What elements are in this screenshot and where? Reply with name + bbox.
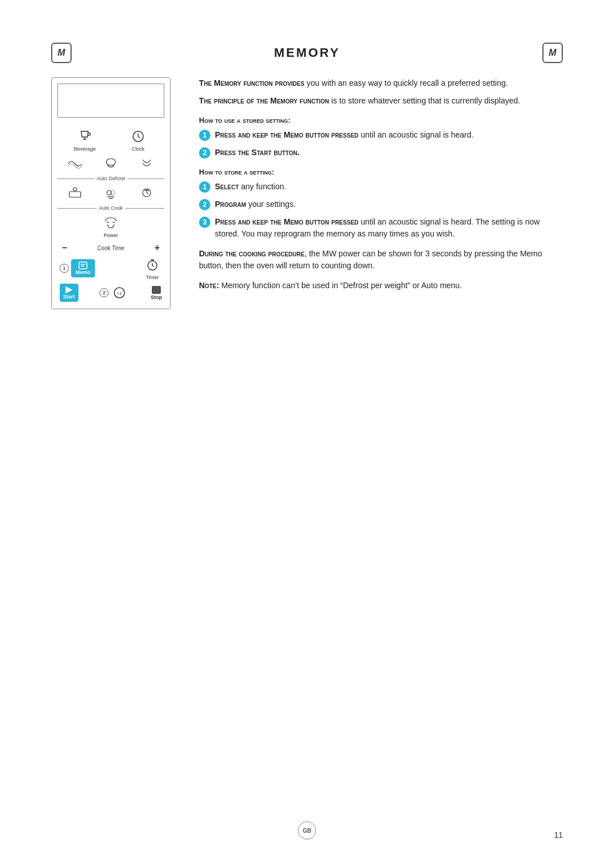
intro2-rest: is to store whatever setting that is cur… [329,96,520,105]
page-number: 11 [554,830,563,840]
plus1-icon: +1' [110,284,129,301]
svg-line-10 [147,193,148,194]
store-step-num-3: 3 [199,217,210,228]
store-step2-rest: your settings. [246,200,296,209]
step-circle-2: 2 [99,288,109,297]
store-steps-list: 1 Select any function. 2 Program your se… [199,181,563,240]
svg-point-3 [106,159,115,165]
svg-rect-4 [69,192,81,197]
svg-point-7 [110,190,115,195]
use-step1-bold: Press and keep the Memo button pressed [215,130,359,139]
auto-cook-divider: Auto Cook [57,205,164,211]
intro-paragraph-2: The principle of the Memory function is … [199,95,563,107]
note-bold: Note: [199,281,219,290]
beverage-btn-group: Beverage [74,128,96,152]
power-label: Power [103,232,118,238]
row-beverage-clock: Beverage Clock [57,128,164,152]
auto-cook-icon-3 [137,185,156,202]
note-paragraph: Note: Memory function can’t be used in “… [199,280,563,292]
step-num-1: 1 [199,130,210,141]
svg-text:+1': +1' [117,291,123,296]
minus-btn[interactable]: − [62,243,67,253]
note-rest: Memory function can’t be used in “Defros… [219,281,462,290]
circle1-memo-group: 1 Memo [60,259,95,277]
use-step2-bold: Press the Start button. [215,148,300,157]
auto-cook-icon-2 [101,185,121,202]
header-area: M MEMORY M [51,45,563,60]
use-step-1: 1 Press and keep the Memo button pressed… [199,129,563,141]
use-step1-rest: until an acoustic signal is heard. [359,130,474,139]
power-btn-group: Power [101,214,121,238]
cook-time-row: − Cook Time + [57,240,164,255]
use-step-2: 2 Press the Start button. [199,147,563,159]
store-step1-bold: Select [215,182,239,191]
use-step-2-text: Press the Start button. [215,147,300,159]
intro1-bold: The Memory function provides [199,78,304,88]
bottom-row-2: Start 2 +1' [57,283,164,303]
store-step-2-text: Program your settings. [215,198,296,210]
store-step1-rest: any function. [239,182,286,191]
gb-badge: GB [298,821,316,840]
circle2-plus1-group: 2 +1' [99,284,129,301]
cook-time-label: Cook Time [97,245,125,251]
row-auto-defrost-icons [57,155,164,172]
store-step-2: 2 Program your settings. [199,198,563,210]
panel-column: Beverage Clock [51,77,176,309]
plus-btn[interactable]: + [155,243,160,253]
step-circle-1: 1 [60,264,69,273]
store-step-3-text: Press and keep the Memo button pressed u… [215,216,563,240]
stop-label: Stop [151,294,162,300]
display-screen [57,84,164,118]
power-row: Power [57,214,164,238]
clock-icon [128,128,148,145]
store-step2-bold: Program [215,200,246,209]
control-panel: Beverage Clock [51,77,171,309]
svg-rect-22 [152,286,160,293]
auto-cook-icon-1 [65,185,85,202]
during-bold: During the cooking procedure [199,249,305,258]
start-group: Start [60,284,78,302]
svg-point-5 [73,188,77,191]
use-step-1-text: Press and keep the Memo button pressed u… [215,129,474,141]
power-icon [101,214,121,231]
timer-icon [143,256,162,273]
store-step-1: 1 Select any function. [199,181,563,193]
during-paragraph: During the cooking procedure, the MW pow… [199,248,563,272]
stop-button[interactable]: Stop [151,285,162,300]
clock-label: Clock [132,146,145,152]
intro1-rest: you with an easy way to quickly recall a… [304,78,508,88]
defrost-icon-3 [137,155,156,172]
auto-defrost-divider: Auto Defrost [57,176,164,181]
page-title: MEMORY [274,45,340,60]
store-step-3: 3 Press and keep the Memo button pressed… [199,216,563,240]
page: M MEMORY M [0,0,614,868]
defrost-icon-2 [101,155,121,172]
beverage-icon [75,128,94,145]
bottom-row-1: 1 Memo [57,255,164,281]
text-column: The Memory function provides you with an… [199,77,563,292]
start-label: Start [63,294,75,300]
timer-btn-group: Timer [143,256,162,280]
step-num-2: 2 [199,147,210,159]
row-auto-cook-icons [57,185,164,202]
store-heading: How to store a setting: [199,168,563,176]
store-step3-bold: Press and keep the Memo button pressed [215,217,359,226]
svg-marker-19 [66,287,72,293]
store-step-num-2: 2 [199,199,210,210]
intro-paragraph-1: The Memory function provides you with an… [199,77,563,89]
start-button[interactable]: Start [60,284,78,302]
store-step-num-1: 1 [199,181,210,193]
svg-rect-13 [79,262,87,269]
m-badge-left: M [51,43,72,63]
use-steps-list: 1 Press and keep the Memo button pressed… [199,129,563,159]
timer-label: Timer [146,275,159,280]
intro2-bold: The principle of the Memory function [199,96,329,105]
defrost-icon-1 [65,155,85,172]
store-step-1-text: Select any function. [215,181,286,193]
beverage-label: Beverage [74,146,96,152]
memo-label: Memo [76,269,90,275]
content-area: Beverage Clock [51,77,563,309]
footer: GB [0,821,614,840]
m-badge-right: M [542,43,563,63]
memo-button[interactable]: Memo [71,259,95,277]
